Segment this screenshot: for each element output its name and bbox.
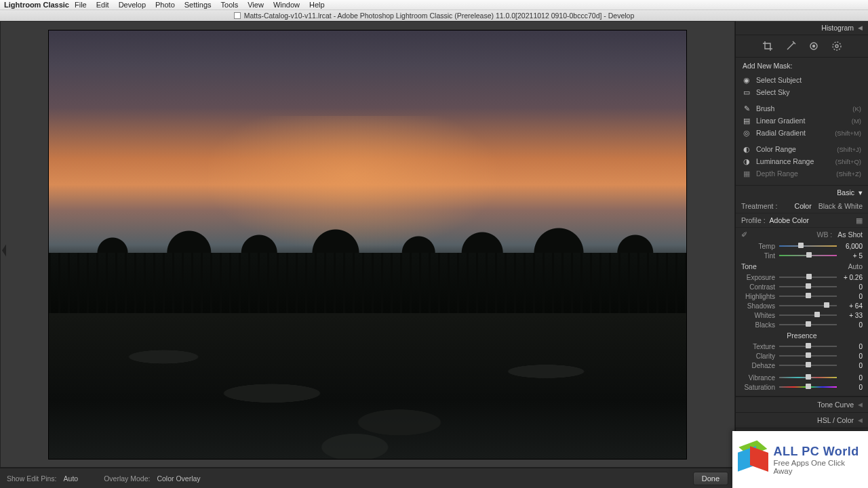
healing-tool-icon[interactable] bbox=[785, 41, 796, 52]
menu-photo[interactable]: Photo bbox=[155, 1, 175, 9]
mask-select-sky[interactable]: ▭ Select Sky bbox=[743, 86, 861, 98]
dehaze-value[interactable]: 0 bbox=[841, 362, 863, 369]
menu-window[interactable]: Window bbox=[273, 1, 300, 9]
mask-radial-gradient-shortcut: (Shift+M) bbox=[835, 129, 861, 137]
exposure-value[interactable]: + 0.26 bbox=[841, 274, 863, 281]
treatment-label: Treatment : bbox=[741, 202, 777, 210]
texture-slider[interactable] bbox=[779, 344, 837, 349]
auto-tone-button[interactable]: Auto bbox=[848, 262, 863, 270]
blacks-value[interactable]: 0 bbox=[841, 321, 863, 329]
vibrance-slider[interactable] bbox=[779, 375, 837, 380]
masking-tool-icon[interactable] bbox=[831, 41, 842, 52]
treatment-bw[interactable]: Black & White bbox=[818, 202, 863, 210]
tone-curve-label: Tone Curve bbox=[817, 401, 854, 409]
chevron-left-icon: ◀ bbox=[858, 401, 863, 408]
crop-tool-icon[interactable] bbox=[762, 41, 773, 52]
mask-depth-range-label: Depth Range bbox=[756, 169, 798, 178]
basic-panel: Basic ▾ Treatment : Color Black & White … bbox=[736, 186, 868, 396]
mask-select-subject[interactable]: ◉ Select Subject bbox=[743, 74, 861, 86]
tone-header: Tone Auto bbox=[736, 260, 868, 272]
menu-file[interactable]: File bbox=[75, 1, 87, 9]
mask-radial-gradient[interactable]: ◎ Radial Gradient (Shift+M) bbox=[743, 127, 861, 139]
menu-help[interactable]: Help bbox=[309, 1, 325, 9]
profile-dropdown[interactable]: Adobe Color bbox=[770, 216, 809, 224]
svg-point-1 bbox=[812, 45, 814, 47]
shadows-slider[interactable] bbox=[779, 303, 837, 308]
brush-icon: ✎ bbox=[743, 104, 751, 113]
mask-color-range[interactable]: ◐ Color Range (Shift+J) bbox=[743, 143, 861, 155]
menu-tools[interactable]: Tools bbox=[221, 1, 239, 9]
dehaze-slider[interactable] bbox=[779, 363, 837, 368]
texture-label: Texture bbox=[741, 343, 775, 350]
show-edit-pins-value[interactable]: Auto bbox=[64, 474, 79, 483]
mask-select-sky-label: Select Sky bbox=[756, 88, 790, 96]
hsl-color-panel-header[interactable]: HSL / Color◀ bbox=[736, 412, 868, 428]
clarity-slider[interactable] bbox=[779, 353, 837, 359]
tone-curve-panel-header[interactable]: Tone Curve◀ bbox=[736, 396, 868, 412]
dehaze-label: Dehaze bbox=[741, 362, 775, 369]
done-button[interactable]: Done bbox=[693, 472, 728, 485]
highlights-slider[interactable] bbox=[779, 293, 837, 299]
window-title-bar: Matts-Catalog-v10-v11.lrcat - Adobe Phot… bbox=[0, 10, 868, 21]
menu-edit[interactable]: Edit bbox=[96, 1, 109, 9]
photo-preview[interactable] bbox=[49, 30, 686, 459]
canvas-area[interactable] bbox=[0, 21, 735, 468]
overlay-mode-label: Overlay Mode: bbox=[104, 474, 150, 483]
exposure-slider[interactable] bbox=[779, 274, 837, 280]
eyedropper-icon[interactable]: ✐ bbox=[741, 230, 747, 239]
contrast-slider[interactable] bbox=[779, 284, 837, 289]
mask-depth-range-shortcut: (Shift+Z) bbox=[836, 170, 861, 178]
svg-point-2 bbox=[833, 42, 841, 50]
contrast-label: Contrast bbox=[741, 283, 775, 291]
treatment-color[interactable]: Color bbox=[795, 202, 812, 210]
tint-slider[interactable] bbox=[779, 253, 837, 258]
saturation-value[interactable]: 0 bbox=[841, 384, 863, 391]
temp-value[interactable]: 6,000 bbox=[841, 243, 863, 250]
chevron-down-icon: ▾ bbox=[859, 188, 863, 197]
mask-linear-gradient[interactable]: ▤ Linear Gradient (M) bbox=[743, 115, 861, 127]
vibrance-label: Vibrance bbox=[741, 374, 775, 382]
person-icon: ◉ bbox=[743, 76, 751, 84]
mask-luminance-range[interactable]: ◑ Luminance Range (Shift+Q) bbox=[743, 155, 861, 167]
menu-settings[interactable]: Settings bbox=[184, 1, 212, 9]
mask-add-new-section: Add New Mask: ◉ Select Subject ▭ Select … bbox=[736, 58, 868, 186]
wb-row: ✐ WB : As Shot bbox=[736, 228, 868, 241]
tint-value[interactable]: + 5 bbox=[841, 252, 863, 260]
vibrance-value[interactable]: 0 bbox=[841, 374, 863, 382]
exposure-label: Exposure bbox=[741, 274, 775, 281]
contrast-value[interactable]: 0 bbox=[841, 283, 863, 291]
menu-develop[interactable]: Develop bbox=[119, 1, 146, 9]
hsl-color-label: HSL / Color bbox=[817, 416, 854, 424]
saturation-slider[interactable] bbox=[779, 384, 837, 390]
whites-slider[interactable] bbox=[779, 312, 837, 318]
blacks-slider[interactable] bbox=[779, 322, 837, 327]
basic-panel-header[interactable]: Basic ▾ bbox=[736, 186, 868, 199]
photo-trees bbox=[49, 253, 686, 312]
whites-label: Whites bbox=[741, 312, 775, 319]
tint-label: Tint bbox=[741, 252, 775, 260]
wb-dropdown[interactable]: As Shot bbox=[837, 230, 863, 239]
temp-slider[interactable] bbox=[779, 243, 837, 249]
highlights-value[interactable]: 0 bbox=[841, 293, 863, 300]
basic-title: Basic bbox=[837, 188, 854, 197]
redeye-tool-icon[interactable] bbox=[808, 41, 819, 52]
histogram-panel-header[interactable]: Histogram ◀ bbox=[736, 21, 868, 35]
color-range-icon: ◐ bbox=[743, 145, 751, 153]
menu-view[interactable]: View bbox=[248, 1, 264, 9]
profile-browser-icon[interactable]: ▦ bbox=[856, 216, 863, 224]
overlay-mode-value[interactable]: Color Overlay bbox=[157, 474, 200, 483]
panel-expand-left-icon[interactable] bbox=[2, 245, 6, 257]
shadows-value[interactable]: + 64 bbox=[841, 302, 863, 310]
app-brand: Lightroom Classic bbox=[4, 1, 69, 9]
clarity-value[interactable]: 0 bbox=[841, 352, 863, 360]
histogram-label: Histogram bbox=[821, 24, 854, 32]
mask-brush[interactable]: ✎ Brush (K) bbox=[743, 102, 861, 115]
presence-header: Presence bbox=[736, 329, 868, 342]
watermark-subtitle: Free Apps One Click Away bbox=[774, 459, 863, 475]
wb-label: WB : bbox=[816, 230, 832, 239]
watermark-title: ALL PC World bbox=[774, 445, 863, 459]
texture-value[interactable]: 0 bbox=[841, 343, 863, 350]
watermark-logo-icon bbox=[738, 444, 768, 475]
presence-label: Presence bbox=[787, 331, 816, 340]
whites-value[interactable]: + 33 bbox=[841, 312, 863, 319]
